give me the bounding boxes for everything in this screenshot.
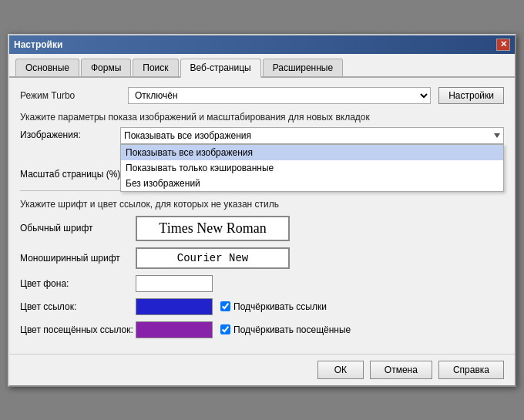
turbo-select[interactable]: Отключён (128, 87, 431, 104)
visited-color-row: Цвет посещённых ссылок: Подчёркивать пос… (20, 321, 504, 338)
visited-underline-label: Подчёркивать посещённые (233, 324, 351, 335)
normal-font-row: Обычный шрифт Times New Roman (20, 216, 504, 241)
underline-checkbox[interactable] (220, 301, 230, 311)
help-button[interactable]: Справка (438, 361, 504, 379)
settings-window: Настройки ✕ Основные Формы Поиск Веб-стр… (8, 34, 516, 387)
images-label: Изображения: (20, 127, 120, 140)
window-title: Настройки (14, 39, 62, 50)
bg-color-label: Цвет фона: (20, 278, 136, 289)
normal-font-button[interactable]: Times New Roman (136, 216, 290, 241)
images-dropdown-menu: Показывать все изображения Показывать то… (120, 144, 504, 192)
ok-button[interactable]: ОК (317, 361, 364, 379)
turbo-label: Режим Turbo (20, 90, 120, 101)
dropdown-arrow-icon (494, 133, 500, 138)
visited-color-swatch[interactable] (136, 321, 213, 338)
tabs-bar: Основные Формы Поиск Веб-страницы Расшир… (9, 54, 515, 78)
underline-checkbox-area: Подчёркивать ссылки (220, 301, 327, 312)
images-option-3[interactable]: Без изображений (121, 176, 503, 191)
images-option-2[interactable]: Показывать только кэшированные (121, 160, 503, 176)
mono-font-button[interactable]: Courier New (136, 247, 290, 269)
content-area: Режим Turbo Отключён Настройки Укажите п… (9, 78, 515, 354)
scale-label: Масштаб страницы (%) (20, 169, 120, 180)
close-button[interactable]: ✕ (496, 39, 510, 51)
turbo-row: Режим Turbo Отключён Настройки (20, 87, 504, 104)
visited-underline-checkbox[interactable] (220, 324, 230, 334)
bg-color-row: Цвет фона: (20, 275, 504, 292)
tab-search[interactable]: Поиск (133, 59, 178, 76)
images-option-1[interactable]: Показывать все изображения (121, 145, 503, 160)
tab-web[interactable]: Веб-страницы (180, 59, 261, 78)
mono-font-label: Моноширинный шрифт (20, 253, 136, 264)
visited-color-label: Цвет посещённых ссылок: (20, 324, 136, 335)
link-color-swatch[interactable] (136, 298, 213, 315)
images-row: Изображения: Показывать все изображения … (20, 127, 504, 144)
font-section-desc: Укажите шрифт и цвет ссылок, для которых… (20, 199, 504, 210)
images-dropdown-trigger[interactable]: Показывать все изображения (120, 127, 504, 144)
cancel-button[interactable]: Отмена (370, 361, 432, 379)
bottom-buttons: ОК Отмена Справка (9, 354, 515, 385)
tab-advanced[interactable]: Расширенные (263, 59, 344, 76)
visited-underline-checkbox-area: Подчёркивать посещённые (220, 324, 351, 335)
underline-label: Подчёркивать ссылки (233, 301, 327, 312)
link-color-label: Цвет ссылок: (20, 301, 136, 312)
tab-basic[interactable]: Основные (15, 59, 79, 76)
images-section-desc: Укажите параметры показа изображений и м… (20, 112, 504, 123)
title-bar: Настройки ✕ (9, 35, 515, 54)
bg-color-swatch[interactable] (136, 275, 213, 292)
mono-font-row: Моноширинный шрифт Courier New (20, 247, 504, 269)
turbo-settings-button[interactable]: Настройки (438, 87, 504, 104)
images-select-container: Показывать все изображения Показывать вс… (120, 127, 504, 144)
images-selected-value: Показывать все изображения (124, 130, 251, 141)
link-color-row: Цвет ссылок: Подчёркивать ссылки (20, 298, 504, 315)
tab-forms[interactable]: Формы (81, 59, 131, 76)
normal-font-label: Обычный шрифт (20, 223, 136, 234)
